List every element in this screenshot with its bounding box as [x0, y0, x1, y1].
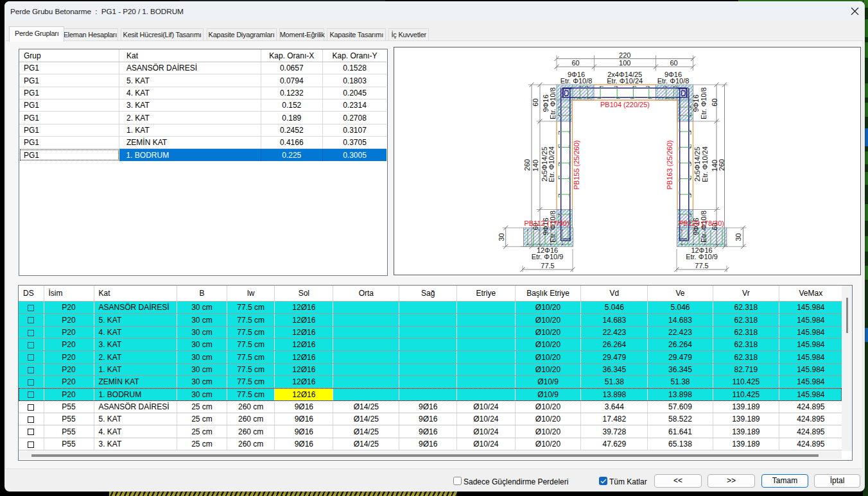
svg-text:60: 60 — [711, 98, 718, 106]
svg-text:PB120 (78/30): PB120 (78/30) — [679, 219, 724, 227]
svg-text:140: 140 — [532, 160, 539, 171]
svg-text:9Φ16: 9Φ16 — [542, 94, 550, 112]
svg-text:60: 60 — [571, 59, 579, 67]
svg-text:Etr. Φ10/8: Etr. Φ10/8 — [560, 77, 593, 85]
svg-text:Etr. Φ10/24: Etr. Φ10/24 — [607, 77, 643, 85]
svg-text:100: 100 — [619, 59, 630, 67]
svg-text:9Φ16: 9Φ16 — [692, 94, 700, 112]
svg-text:PB155 (25/260): PB155 (25/260) — [573, 140, 580, 189]
svg-text:60: 60 — [532, 98, 539, 106]
svg-text:Etr. Φ10/9: Etr. Φ10/9 — [686, 253, 718, 261]
svg-text:77.5: 77.5 — [541, 262, 554, 269]
svg-text:260: 260 — [523, 159, 531, 171]
svg-text:30: 30 — [498, 233, 505, 241]
svg-text:2x5Φ14/25: 2x5Φ14/25 — [693, 147, 701, 182]
svg-text:Etr. Φ10/8: Etr. Φ10/8 — [549, 87, 557, 119]
svg-text:PB163 (25/260): PB163 (25/260) — [666, 140, 673, 189]
svg-text:Etr. Φ10/8: Etr. Φ10/8 — [700, 87, 707, 119]
svg-text:Etr. Φ10/8: Etr. Φ10/8 — [657, 77, 690, 85]
svg-text:Etr. Φ10/24: Etr. Φ10/24 — [701, 146, 709, 182]
svg-text:30: 30 — [734, 233, 742, 241]
svg-text:2x5Φ14/25: 2x5Φ14/25 — [541, 147, 548, 182]
svg-text:Etr. Φ10/9: Etr. Φ10/9 — [532, 253, 564, 261]
svg-text:77.5: 77.5 — [695, 262, 708, 269]
svg-text:220: 220 — [619, 51, 630, 59]
svg-text:PB112 (77/30): PB112 (77/30) — [524, 219, 569, 227]
svg-text:60: 60 — [670, 59, 677, 67]
svg-text:PB104 (220/25): PB104 (220/25) — [600, 101, 650, 108]
svg-text:Etr. Φ10/24: Etr. Φ10/24 — [548, 146, 555, 182]
svg-text:260: 260 — [718, 159, 725, 171]
